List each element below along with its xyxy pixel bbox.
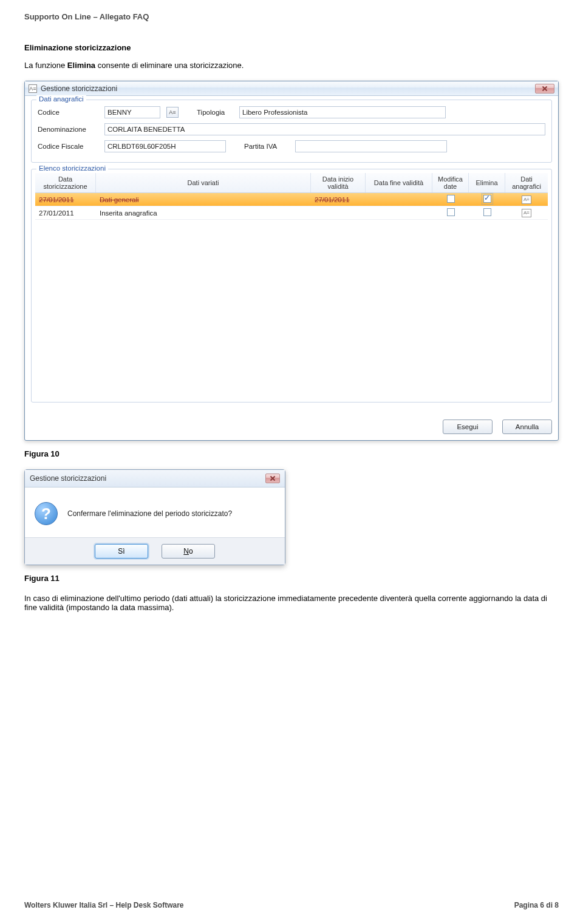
- cell-data-fine: [366, 199, 432, 201]
- yes-button[interactable]: Sì: [95, 544, 148, 559]
- grid-header: Data storicizzazione Dati variati Data i…: [35, 173, 548, 193]
- no-underline: N: [183, 547, 189, 555]
- denominazione-input[interactable]: [104, 123, 545, 135]
- close-icon[interactable]: [535, 84, 554, 93]
- col-dati-anagrafici[interactable]: Dati anagrafici: [505, 173, 548, 192]
- dati-anagrafici-legend: Dati anagrafici: [36, 95, 86, 103]
- no-button[interactable]: No: [162, 544, 215, 559]
- cell-data-st: 27/01/2011: [35, 208, 96, 218]
- col-data-inizio[interactable]: Data inizio validità: [311, 173, 366, 192]
- doc-header: Supporto On Line – Allegato FAQ: [24, 12, 559, 21]
- confirm-titlebar[interactable]: Gestione storicizzazioni: [25, 470, 285, 487]
- window-icon: A≡: [29, 84, 37, 93]
- open-card-icon[interactable]: A≡: [522, 209, 531, 217]
- intro-bold: Elimina: [67, 61, 95, 70]
- cell-dati-variati: Dati generali: [96, 195, 311, 205]
- elenco-legend: Elenco storicizzazioni: [36, 165, 108, 172]
- grid-row[interactable]: 27/01/2011 Inserita anagrafica A≡: [35, 206, 548, 220]
- cell-data-fine: [366, 212, 432, 214]
- tipologia-input[interactable]: [239, 106, 446, 118]
- label-codice: Codice: [38, 109, 98, 116]
- dati-anagrafici-group: Dati anagrafici Codice A≡ Tipologia Deno…: [31, 100, 552, 163]
- intro-pre: La funzione: [24, 61, 67, 70]
- figure-11-caption: Figura 11: [24, 574, 559, 583]
- modifica-checkbox[interactable]: [447, 195, 455, 203]
- confirm-dialog: Gestione storicizzazioni ? Confermare l'…: [24, 469, 285, 565]
- elenco-storicizzazioni-group: Elenco storicizzazioni Data storicizzazi…: [31, 169, 552, 403]
- col-data-storicizzazione[interactable]: Data storicizzazione: [35, 173, 96, 192]
- close-icon[interactable]: [265, 474, 280, 483]
- col-dati-variati[interactable]: Dati variati: [96, 173, 311, 192]
- open-card-icon[interactable]: A≡: [522, 195, 531, 204]
- confirm-question: Confermare l'eliminazione del periodo st…: [67, 509, 232, 518]
- grid-rows: 27/01/2011 Dati generali 27/01/2011 A≡ 2…: [35, 193, 548, 402]
- elimina-checkbox[interactable]: [483, 195, 491, 203]
- after-text: In caso di eliminazione dell'ultimo peri…: [24, 594, 559, 612]
- intro-paragraph: La funzione Elimina consente di eliminar…: [24, 61, 559, 70]
- col-elimina[interactable]: Elimina: [469, 173, 505, 192]
- section-title: Eliminazione storicizzazione: [24, 43, 559, 52]
- label-tipologia: Tipologia: [197, 109, 233, 116]
- grid-empty-area: [35, 220, 548, 402]
- label-codice-fiscale: Codice Fiscale: [38, 143, 98, 150]
- col-data-fine[interactable]: Data fine validità: [366, 173, 432, 192]
- no-rest: o: [189, 547, 193, 555]
- codice-fiscale-input[interactable]: [104, 140, 226, 152]
- esegui-button[interactable]: Esegui: [443, 420, 493, 434]
- partita-iva-input[interactable]: [295, 140, 447, 152]
- annulla-button[interactable]: Annulla: [502, 420, 552, 434]
- cell-data-st: 27/01/2011: [35, 195, 96, 205]
- col-modifica-date[interactable]: Modifica date: [432, 173, 469, 192]
- storicizzazioni-grid: Data storicizzazione Dati variati Data i…: [35, 173, 548, 402]
- question-icon: ?: [35, 502, 58, 525]
- label-partita-iva: Partita IVA: [244, 143, 289, 150]
- cell-dati-variati: Inserita anagrafica: [96, 208, 311, 218]
- gestione-storicizzazioni-dialog: A≡ Gestione storicizzazioni Dati anagraf…: [24, 81, 559, 441]
- modifica-checkbox[interactable]: [447, 208, 455, 216]
- grid-row[interactable]: 27/01/2011 Dati generali 27/01/2011 A≡: [35, 193, 548, 206]
- figure-10-caption: Figura 10: [24, 449, 559, 458]
- window-title: Gestione storicizzazioni: [41, 84, 117, 93]
- confirm-title-text: Gestione storicizzazioni: [30, 474, 106, 483]
- label-denominazione: Denominazione: [38, 126, 98, 133]
- cell-data-inizio: 27/01/2011: [311, 195, 366, 205]
- dialog-titlebar[interactable]: A≡ Gestione storicizzazioni: [25, 81, 558, 96]
- elimina-checkbox[interactable]: [483, 208, 491, 216]
- footer-right: Pagina 6 di 8: [514, 901, 559, 909]
- dialog-footer: Esegui Annulla: [25, 415, 558, 440]
- footer-left: Wolters Kluwer Italia Srl – Help Desk So…: [24, 901, 184, 909]
- cell-data-inizio: [311, 212, 366, 214]
- page-footer: Wolters Kluwer Italia Srl – Help Desk So…: [24, 901, 559, 909]
- codice-lookup-button[interactable]: A≡: [166, 107, 179, 118]
- intro-post: consente di eliminare una storicizzazion…: [95, 61, 244, 70]
- codice-input[interactable]: [104, 106, 160, 118]
